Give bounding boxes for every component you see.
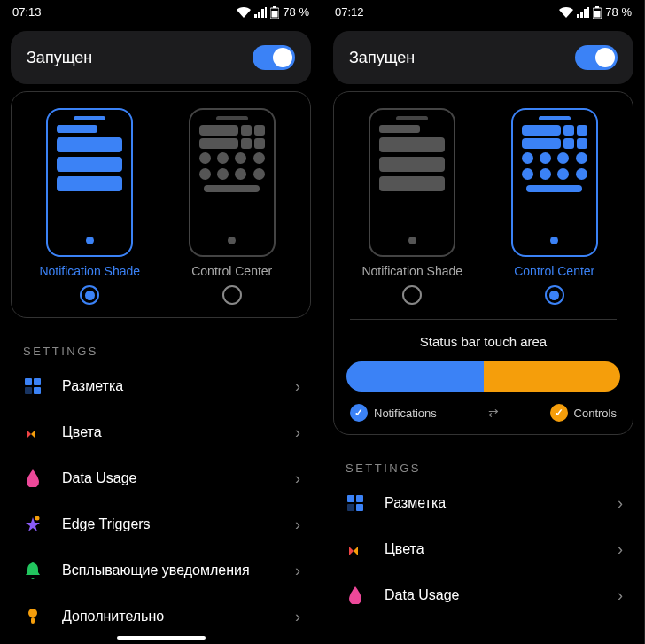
option-label: Control Center: [514, 264, 594, 278]
radio-shade[interactable]: [80, 285, 99, 305]
option-notification-shade[interactable]: Notification Shade: [346, 108, 478, 305]
svg-rect-5: [31, 617, 35, 624]
legend-controls: ✓ Controls: [550, 404, 617, 422]
setting-colors[interactable]: Цвета ›: [0, 409, 322, 455]
settings-header: SETTINGS: [0, 325, 322, 363]
screen-left: 07:13 78 % Запущен Notification Shade: [0, 0, 322, 644]
running-card: Запущен: [11, 31, 311, 84]
wifi-icon: [559, 7, 573, 18]
battery-percent: 78 %: [283, 5, 309, 19]
status-indicators: 78 %: [559, 5, 632, 19]
setting-data-usage[interactable]: Data Usage ›: [322, 572, 644, 618]
check-icon: ✓: [550, 404, 568, 422]
phone-preview-shade: [369, 108, 455, 257]
battery-percent: 78 %: [605, 5, 632, 19]
settings-header: SETTINGS: [322, 442, 644, 480]
option-control-center[interactable]: Control Center: [489, 108, 621, 305]
chevron-icon: ›: [618, 494, 623, 513]
chevron-icon: ›: [295, 516, 300, 534]
running-toggle[interactable]: [575, 45, 618, 70]
setting-layout[interactable]: Разметка ›: [322, 480, 644, 526]
screen-right: 07:12 78 % Запущен Notification Shade: [322, 0, 645, 644]
running-card: Запущен: [333, 31, 633, 84]
svg-rect-1: [273, 6, 276, 8]
running-label: Запущен: [27, 49, 92, 67]
touch-legend: ✓ Notifications ⇄ ✓ Controls: [346, 404, 620, 422]
setting-colors[interactable]: Цвета ›: [322, 526, 644, 572]
touch-area-left: [346, 361, 484, 392]
layout-icon: [346, 493, 365, 513]
phone-preview-shade: [46, 108, 133, 257]
chevron-icon: ›: [618, 586, 623, 605]
colors-icon: [23, 423, 43, 442]
wifi-icon: [237, 7, 251, 18]
status-bar: 07:12 78 %: [322, 0, 644, 24]
edge-icon: [23, 515, 43, 534]
touch-area-title: Status bar touch area: [346, 334, 620, 349]
mode-selector: Notification Shade Control Center: [333, 91, 633, 435]
legend-notifications: ✓ Notifications: [350, 404, 437, 422]
option-notification-shade[interactable]: Notification Shade: [24, 108, 156, 305]
battery-icon: [270, 6, 279, 19]
touch-area-slider[interactable]: [346, 361, 620, 392]
battery-icon: [593, 6, 602, 19]
svg-point-3: [35, 516, 40, 521]
status-indicators: 78 %: [237, 5, 309, 19]
running-label: Запущен: [349, 49, 415, 67]
option-control-center[interactable]: Control Center: [167, 108, 299, 305]
setting-data-usage[interactable]: Data Usage ›: [0, 455, 322, 501]
colors-icon: [346, 539, 365, 559]
svg-rect-8: [594, 11, 601, 18]
running-toggle[interactable]: [253, 45, 295, 70]
home-indicator[interactable]: [117, 636, 206, 640]
option-label: Notification Shade: [39, 264, 140, 278]
chevron-icon: ›: [295, 377, 300, 396]
chevron-icon: ›: [618, 540, 623, 559]
mode-selector: Notification Shade Control Center: [11, 91, 311, 318]
swap-icon[interactable]: ⇄: [488, 406, 499, 420]
clock: 07:13: [12, 5, 42, 19]
phone-preview-cc: [189, 108, 276, 257]
setting-extra[interactable]: Дополнительно ›: [0, 594, 322, 640]
status-bar: 07:13 78 %: [0, 0, 322, 24]
option-label: Control Center: [191, 264, 272, 278]
touch-area-right: [484, 361, 621, 392]
svg-rect-7: [595, 6, 599, 8]
chevron-icon: ›: [295, 608, 300, 626]
data-icon: [346, 586, 365, 605]
signal-icon: [577, 7, 589, 18]
extra-icon: [23, 607, 43, 626]
chevron-icon: ›: [295, 423, 300, 442]
layout-icon: [23, 376, 43, 396]
bell-icon: [23, 561, 43, 580]
signal-icon: [254, 7, 267, 18]
setting-layout[interactable]: Разметка ›: [0, 363, 322, 409]
divider: [350, 319, 617, 320]
svg-point-4: [28, 609, 37, 617]
radio-cc[interactable]: [545, 285, 564, 305]
check-icon: ✓: [350, 404, 368, 422]
option-label: Notification Shade: [361, 264, 462, 278]
setting-popup-notifications[interactable]: Всплывающие уведомления ›: [0, 547, 322, 594]
setting-edge-triggers[interactable]: Edge Triggers ›: [0, 501, 322, 547]
data-icon: [23, 469, 43, 488]
chevron-icon: ›: [295, 562, 300, 580]
svg-rect-2: [272, 11, 278, 18]
clock: 07:12: [335, 5, 364, 19]
radio-cc[interactable]: [222, 285, 242, 305]
chevron-icon: ›: [295, 469, 300, 488]
radio-shade[interactable]: [402, 285, 422, 305]
phone-preview-cc: [511, 108, 598, 257]
